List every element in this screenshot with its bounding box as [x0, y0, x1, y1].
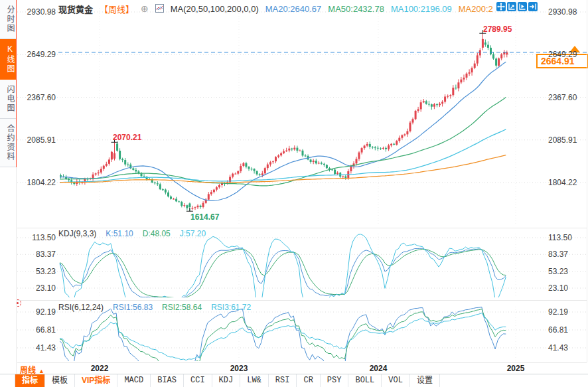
toolbar-tab-CR[interactable]: CR	[297, 374, 320, 387]
left-sidebar: 分时图K线图闪电图合约资料	[0, 0, 17, 387]
symbol-name: 现货黄金	[58, 3, 93, 15]
main-axis-right-label: 2930.98	[548, 7, 588, 17]
trading-chart-window: 现货黄金 【周线】 ⊕ MA(20,50,100,200,0,0) MA20:2…	[0, 0, 588, 387]
toolbar-tab-MACD[interactable]: MACD	[117, 374, 151, 387]
toolbar-tab-CCI[interactable]: CCI	[184, 374, 212, 387]
ma-settings-icon[interactable]	[155, 4, 164, 15]
toolbar-tab-BIAS[interactable]: BIAS	[151, 374, 184, 387]
ma100-value: MA100:2196.09	[391, 4, 452, 14]
rsi-axis-left-label: 66.81	[16, 325, 56, 335]
swing-low-label: 1614.67	[190, 212, 219, 222]
kdj-title: KDJ(9,3,3)	[58, 229, 96, 238]
xaxis-year-label: 2025	[507, 364, 525, 373]
indicator-toolbar: 指标模板VIP指标MACDBIASCCIKDJLW&RSICRPSYBOLLVO…	[0, 374, 588, 387]
toolbar-tab-模板[interactable]: 模板	[45, 374, 75, 387]
rsi-axis-right-label: 92.19	[548, 307, 588, 317]
toolbar-tab-指标[interactable]: 指标	[15, 374, 45, 387]
chart-overlays: 现货黄金 【周线】 ⊕ MA(20,50,100,200,0,0) MA20:2…	[0, 0, 588, 387]
sidebar-tab-闪电图[interactable]: 闪电图	[0, 80, 16, 119]
kdj-axis-left-label: 113.50	[16, 233, 56, 242]
rsi-axis-left-label: 92.19	[16, 307, 56, 317]
main-axis-right-label: 2649.29	[548, 50, 588, 59]
main-axis-right-label: 1804.22	[548, 178, 588, 187]
xaxis-year-label: 2023	[230, 364, 248, 373]
panel-divider	[17, 300, 587, 301]
main-axis-left-label: 2085.91	[16, 135, 56, 145]
ma-formula: MA(20,50,100,200,0,0)	[171, 4, 259, 14]
rsi-axis-left-label: 41.43	[16, 343, 56, 352]
fit-horizontal-scale-icon[interactable]	[518, 2, 527, 11]
crosshair-pan-icon[interactable]	[496, 2, 506, 11]
toolbar-tab-LW&[interactable]: LW&	[240, 374, 269, 387]
toolbar-tab-VOL[interactable]: VOL	[382, 374, 410, 387]
rsi2-value: RSI2:58.64	[162, 303, 202, 312]
panel-divider	[17, 228, 587, 228]
kdj-axis-left-label: 23.10	[16, 283, 56, 293]
chart-header: 现货黄金 【周线】 ⊕ MA(20,50,100,200,0,0) MA20:2…	[58, 3, 493, 15]
main-axis-right-label: 2085.91	[548, 135, 588, 145]
kdj-d-value: D:48.05	[143, 229, 171, 238]
rsi-title: RSI(6,12,24)	[58, 303, 104, 312]
main-axis-left-label: 2649.29	[16, 50, 56, 59]
main-axis-left-label: 1804.22	[16, 178, 56, 187]
xaxis-year-label: 2022	[91, 364, 109, 373]
toolbar-tab-RSI[interactable]: RSI	[269, 374, 297, 387]
xaxis-year-label: 2024	[370, 364, 388, 373]
kdj-axis-left-label: 83.37	[16, 250, 56, 259]
main-axis-left-label: 2367.60	[16, 93, 56, 102]
all-time-high-label: 2789.95	[483, 25, 512, 34]
kdj-k-value: K:51.10	[106, 229, 133, 238]
toolbar-tab-VIP指标[interactable]: VIP指标	[75, 374, 117, 387]
kdj-axis-right-label: 113.50	[548, 233, 588, 242]
chart-type-tabs: 分时图K线图闪电图合约资料	[0, 0, 17, 167]
toolbar-tab-KDJ[interactable]: KDJ	[212, 374, 241, 387]
sidebar-tab-active-K线图[interactable]: K线图	[0, 39, 16, 80]
kdj-axis-right-label: 23.10	[548, 283, 588, 293]
toolbar-spacer[interactable]	[0, 374, 15, 387]
kdj-axis-right-label: 53.23	[548, 267, 588, 276]
kdj-j-value: J:57.20	[180, 229, 206, 238]
kdj-axis-left-label: 53.23	[16, 267, 56, 276]
chart-tool-icons	[496, 2, 538, 11]
ma20-value: MA20:2640.67	[265, 4, 322, 14]
toolbar-tab-BOLL[interactable]: BOLL	[348, 374, 382, 387]
kdj-header: KDJ(9,3,3) K:51.10 D:48.05 J:57.20	[58, 229, 206, 238]
rsi-axis-right-label: 41.43	[548, 343, 588, 352]
swing-high-label: 2070.21	[113, 133, 141, 142]
panel-divider	[17, 362, 587, 363]
rsi-axis-right-label: 66.81	[548, 325, 588, 335]
rsi-header: RSI(6,12,24) RSI1:56.83 RSI2:58.64 RSI3:…	[58, 303, 251, 312]
jump-latest-icon[interactable]	[528, 2, 538, 11]
fit-vertical-scale-icon[interactable]	[507, 2, 516, 11]
rsi1-value: RSI1:56.83	[113, 303, 153, 312]
ma200-value: MA200:2	[459, 4, 493, 14]
toolbar-tab-设置[interactable]: 设置	[410, 374, 440, 387]
main-axis-right-label: 2367.60	[548, 93, 588, 102]
toolbar-tab-PSY[interactable]: PSY	[321, 374, 349, 387]
sidebar-tab-分时图[interactable]: 分时图	[0, 0, 16, 39]
rsi3-value: RSI3:61.72	[211, 303, 251, 312]
ma50-value: MA50:2432.78	[328, 4, 384, 14]
main-axis-left-label: 2930.98	[16, 7, 56, 17]
add-favorite-icon[interactable]: ⊕	[141, 5, 149, 13]
sidebar-tab-合约资料[interactable]: 合约资料	[0, 119, 16, 167]
period-label[interactable]: 【周线】	[100, 3, 134, 15]
kdj-axis-right-label: 83.37	[548, 250, 588, 259]
